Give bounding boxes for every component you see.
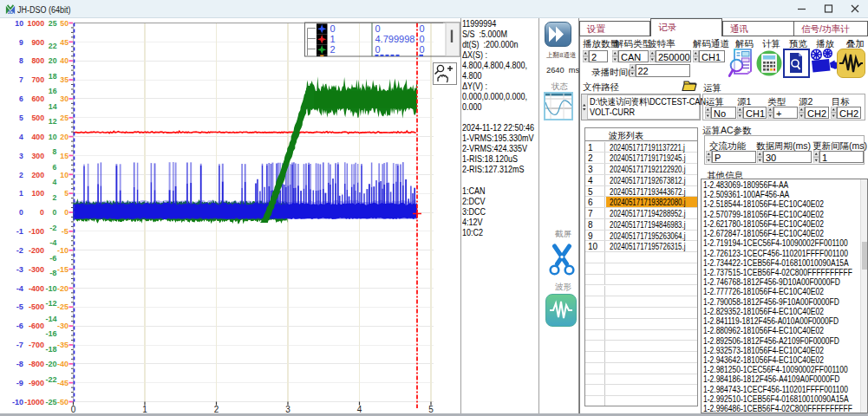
svg-text:-2: -2 bbox=[49, 223, 56, 232]
svg-text:10: 10 bbox=[15, 18, 23, 28]
svg-text:0: 0 bbox=[375, 23, 381, 34]
svg-text:16: 16 bbox=[49, 86, 57, 95]
svg-text:-2: -2 bbox=[16, 245, 23, 255]
svg-text:0: 0 bbox=[40, 207, 44, 217]
svg-text:700: 700 bbox=[32, 75, 45, 84]
svg-text:600: 600 bbox=[32, 94, 45, 103]
svg-text:-22: -22 bbox=[45, 374, 56, 384]
svg-text:30: 30 bbox=[60, 94, 69, 103]
svg-text:0: 0 bbox=[330, 23, 336, 34]
svg-text:-1: -1 bbox=[16, 226, 24, 236]
svg-text:-50: -50 bbox=[57, 397, 69, 406]
svg-text:-40: -40 bbox=[57, 359, 69, 368]
svg-text:25: 25 bbox=[60, 113, 69, 122]
svg-text:-3: -3 bbox=[16, 264, 23, 274]
svg-text:-500: -500 bbox=[29, 302, 44, 311]
svg-text:20: 20 bbox=[60, 132, 69, 141]
svg-text:22: 22 bbox=[49, 41, 57, 50]
svg-text:-10: -10 bbox=[12, 397, 23, 406]
svg-text:20: 20 bbox=[49, 55, 57, 65]
svg-text:1000: 1000 bbox=[28, 18, 44, 28]
svg-text:6: 6 bbox=[53, 162, 57, 172]
svg-text:14: 14 bbox=[49, 101, 57, 111]
svg-text:-300: -300 bbox=[29, 264, 44, 274]
svg-text:-25: -25 bbox=[57, 302, 69, 311]
svg-text:-5: -5 bbox=[62, 226, 69, 236]
svg-text:35: 35 bbox=[60, 75, 69, 84]
svg-text:2: 2 bbox=[53, 192, 57, 202]
svg-text:18: 18 bbox=[49, 71, 57, 81]
svg-text:-400: -400 bbox=[29, 283, 44, 293]
svg-text:-5: -5 bbox=[16, 302, 24, 311]
svg-text:15: 15 bbox=[60, 151, 69, 160]
svg-text:1: 1 bbox=[19, 188, 23, 198]
svg-text:800: 800 bbox=[32, 55, 45, 65]
svg-text:12: 12 bbox=[49, 116, 57, 126]
svg-text:-6: -6 bbox=[16, 321, 23, 330]
svg-text:-600: -600 bbox=[29, 321, 44, 330]
svg-text:-10: -10 bbox=[45, 283, 56, 293]
svg-text:-15: -15 bbox=[57, 264, 69, 274]
svg-text:8: 8 bbox=[19, 55, 23, 65]
svg-text:200: 200 bbox=[32, 170, 45, 179]
svg-text:-800: -800 bbox=[29, 359, 44, 368]
svg-text:-200: -200 bbox=[29, 245, 44, 255]
svg-text:-4: -4 bbox=[16, 283, 24, 293]
svg-text:-45: -45 bbox=[57, 378, 69, 387]
svg-text:45: 45 bbox=[60, 37, 69, 47]
svg-text:-1000: -1000 bbox=[24, 397, 44, 406]
svg-text:-100: -100 bbox=[29, 226, 44, 236]
svg-text:900: 900 bbox=[32, 37, 45, 47]
svg-text:-4: -4 bbox=[49, 237, 57, 247]
svg-text:0: 0 bbox=[420, 44, 425, 55]
svg-text:7: 7 bbox=[19, 75, 23, 84]
svg-text:-14: -14 bbox=[45, 314, 57, 323]
svg-text:-700: -700 bbox=[29, 340, 44, 349]
svg-text:0: 0 bbox=[64, 207, 69, 217]
svg-text:-8: -8 bbox=[49, 268, 56, 277]
svg-text:-25: -25 bbox=[45, 397, 57, 406]
svg-text:40: 40 bbox=[60, 55, 69, 65]
svg-text:400: 400 bbox=[32, 132, 45, 141]
svg-text:3: 3 bbox=[19, 151, 23, 160]
svg-text:0: 0 bbox=[420, 34, 425, 44]
svg-text:6: 6 bbox=[19, 94, 23, 103]
svg-text:5: 5 bbox=[19, 113, 23, 122]
svg-text:-16: -16 bbox=[45, 328, 56, 338]
svg-text:-18: -18 bbox=[45, 344, 56, 354]
svg-text:25: 25 bbox=[49, 18, 57, 28]
svg-text:0: 0 bbox=[375, 44, 381, 55]
svg-text:9: 9 bbox=[19, 37, 23, 47]
svg-text:0: 0 bbox=[53, 207, 57, 217]
svg-text:8: 8 bbox=[53, 146, 57, 156]
svg-text:0: 0 bbox=[420, 23, 425, 34]
svg-text:1: 1 bbox=[330, 34, 336, 44]
svg-text:-6: -6 bbox=[49, 253, 56, 263]
svg-text:-12: -12 bbox=[45, 298, 56, 308]
svg-text:-7: -7 bbox=[16, 340, 23, 349]
svg-text:4: 4 bbox=[53, 177, 57, 186]
svg-text:10: 10 bbox=[49, 132, 57, 141]
svg-text:-10: -10 bbox=[57, 245, 69, 255]
svg-text:-8: -8 bbox=[16, 359, 23, 368]
svg-text:-900: -900 bbox=[29, 378, 44, 387]
svg-text:300: 300 bbox=[32, 151, 45, 160]
svg-text:-9: -9 bbox=[16, 378, 23, 387]
svg-text:2: 2 bbox=[19, 170, 23, 179]
svg-text:4: 4 bbox=[19, 132, 23, 141]
svg-text:-35: -35 bbox=[57, 340, 69, 349]
svg-text:-30: -30 bbox=[57, 321, 69, 330]
svg-text:-20: -20 bbox=[45, 359, 56, 368]
svg-text:100: 100 bbox=[32, 188, 45, 198]
svg-text:10: 10 bbox=[60, 170, 69, 179]
svg-text:0: 0 bbox=[19, 207, 23, 217]
svg-text:2: 2 bbox=[330, 44, 336, 55]
svg-text:500: 500 bbox=[32, 113, 45, 122]
svg-text:-20: -20 bbox=[57, 283, 69, 293]
svg-text:5: 5 bbox=[64, 188, 69, 198]
svg-text:4.799998: 4.799998 bbox=[375, 34, 415, 44]
svg-text:50: 50 bbox=[60, 18, 69, 28]
